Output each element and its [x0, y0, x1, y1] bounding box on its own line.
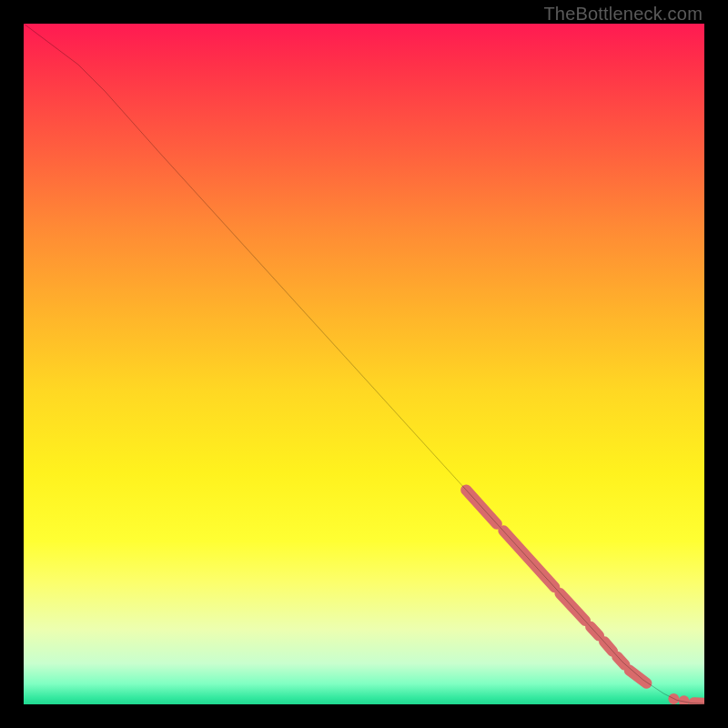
watermark-text: TheBottleneck.com: [543, 4, 703, 25]
marker-dot: [679, 695, 690, 704]
chart-frame: TheBottleneck.com: [0, 0, 728, 728]
bottleneck-curve: [24, 24, 704, 703]
marker-dot: [668, 693, 679, 704]
marker-segment: [591, 627, 599, 636]
marker-group: [466, 490, 704, 704]
marker-segment: [617, 657, 624, 665]
marker-segment: [630, 671, 647, 683]
plot-area: [24, 24, 704, 704]
chart-svg-layer: [24, 24, 704, 704]
